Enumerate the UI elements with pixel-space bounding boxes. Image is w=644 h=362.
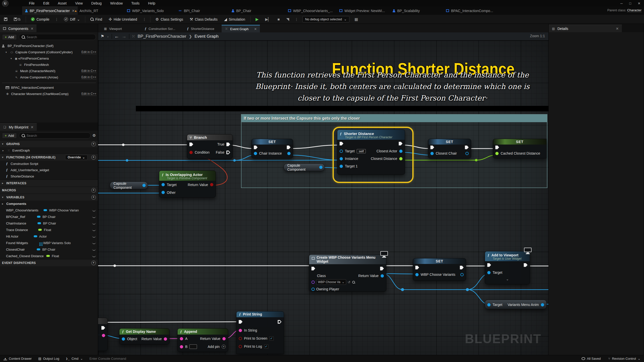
nav-back-button[interactable]: ← — [114, 34, 119, 39]
variants-menu-anim-pin[interactable] — [541, 303, 544, 306]
close-icon[interactable]: ✕ — [254, 27, 257, 31]
add-macro-button[interactable] — [91, 188, 96, 193]
exec-in-pin[interactable] — [430, 146, 434, 149]
closest-actor-pin[interactable] — [399, 150, 403, 153]
menu-debug[interactable]: Debug — [91, 1, 102, 5]
chair-instance-out-pin[interactable] — [287, 152, 291, 155]
print-to-screen-checkbox[interactable]: ✓ — [269, 336, 274, 341]
exec-false-pin[interactable] — [226, 151, 230, 154]
close-icon[interactable]: ✕ — [616, 27, 619, 31]
exec-true-pin[interactable] — [226, 143, 230, 146]
component-row-capsule[interactable]: ▾⬭Capsule Component (CollisionCylinder)E… — [2, 49, 98, 55]
hide-unrelated-button[interactable]: ✣Hide Unrelated — [107, 16, 139, 23]
class-pin[interactable] — [311, 281, 315, 284]
use-selected-icon[interactable]: ↺ — [348, 280, 350, 284]
tab-bp-chair[interactable]: BP_Chair — [229, 7, 254, 15]
exec-out-pin[interactable] — [101, 326, 105, 330]
chair-instance-in-pin[interactable] — [254, 152, 257, 155]
diff-button[interactable]: ✓Diff⌄ — [62, 16, 81, 22]
menu-asset[interactable]: Asset — [58, 1, 67, 5]
component-row-bpac[interactable]: BPAC_InteractionComponent — [2, 84, 98, 91]
variable-row[interactable]: Cached_Closest DistanceFloat — [0, 253, 98, 259]
tab-construction-script[interactable]: ƒConstruction Scr... — [142, 25, 178, 32]
function-construction-script[interactable]: ƒConstruction Script — [0, 161, 98, 167]
component-row-charmove[interactable]: ✥Character Movement (CharMoveComp)Edit i… — [2, 91, 98, 97]
add-pin-button[interactable]: Add pin — [208, 345, 226, 349]
target-pin[interactable] — [162, 183, 165, 186]
closest-chair-in-pin[interactable] — [430, 152, 434, 155]
closest-chair-out-pin[interactable] — [465, 152, 469, 155]
exec-in-pin[interactable] — [415, 266, 419, 269]
close-icon[interactable]: ✕ — [638, 2, 640, 5]
menu-tools[interactable]: Tools — [131, 1, 140, 5]
menu-file[interactable]: File — [29, 1, 35, 5]
close-icon[interactable]: ✕ — [31, 125, 34, 129]
variable-row[interactable]: ChairInstanceBP Chair — [0, 220, 98, 227]
tab-shorterdistance[interactable]: ƒShorterDistance — [184, 25, 217, 32]
add-graph-button[interactable] — [91, 142, 96, 146]
expand-caret-icon[interactable]: ▾ — [11, 57, 13, 60]
unreal-logo[interactable]: U — [2, 0, 9, 7]
other-pin[interactable] — [162, 191, 165, 194]
interfaces-section-header[interactable]: ▸INTERFACES — [0, 179, 98, 187]
compile-button[interactable]: ✓Compile — [29, 16, 51, 22]
return-value-pin[interactable] — [222, 337, 226, 340]
edit-in-cpp-link[interactable]: Edit in C++ — [82, 50, 96, 54]
print-to-log-pin[interactable] — [239, 345, 242, 348]
return-value-pin[interactable] — [381, 274, 384, 278]
node-shorter-distance[interactable]: ƒShorter Distance Target is BP First Per… — [337, 129, 405, 175]
variables-components-group[interactable]: ▸Components — [0, 201, 98, 207]
variable-row[interactable]: ClosestChairBP Chair — [0, 246, 98, 253]
node-set-closest-chair[interactable]: SET Closest Chair — [428, 139, 471, 158]
parent-class-link[interactable]: Character — [627, 8, 641, 12]
string-out-pin[interactable] — [102, 334, 105, 337]
exec-in-pin[interactable] — [495, 146, 499, 149]
target-pin[interactable] — [487, 271, 491, 274]
object-pin[interactable] — [122, 337, 125, 341]
exec-in-pin[interactable] — [189, 143, 193, 146]
graph-canvas[interactable]: If two or more Intersect the Capsure thi… — [98, 40, 548, 355]
event-dispatchers-section-header[interactable]: EVENT DISPATCHERS — [0, 259, 98, 266]
cached-closest-distance-pin[interactable] — [495, 152, 499, 155]
print-to-log-checkbox[interactable]: ✓ — [264, 344, 268, 349]
node-set-wbp-choose-variants[interactable]: SET WBP Choose Variants — [413, 258, 466, 281]
compile-options-kebab[interactable]: ⋮ — [54, 17, 59, 21]
components-search-input[interactable]: Search — [19, 34, 96, 40]
edit-in-cpp-link[interactable]: Edit in C++ — [82, 75, 96, 79]
node-set-cached-closest-distance[interactable]: SET Cached Closest Distance — [493, 139, 547, 158]
node-capsule-component-get[interactable]: Capsule Component — [284, 163, 325, 171]
in-string-pin[interactable] — [239, 329, 242, 332]
tab-bpac-interactioncomponent[interactable]: BPAC_InteractionCompo... — [443, 7, 496, 15]
minimize-icon[interactable]: ─ — [620, 2, 623, 5]
event-graph-item[interactable]: ▸⁙EventGraph — [0, 147, 98, 154]
node-branch[interactable]: ⑂Branch True Condition False — [187, 134, 233, 159]
maximize-icon[interactable]: □ — [629, 2, 631, 5]
target-pin[interactable] — [487, 303, 491, 306]
tab-bp-scalability[interactable]: BP_Scalability — [390, 7, 423, 15]
graphs-section-header[interactable]: ▾GRAPHS — [0, 140, 98, 147]
node-capsule-component-get[interactable]: Capsule Component — [110, 182, 148, 189]
exec-out-pin[interactable] — [524, 263, 528, 267]
variables-section-header[interactable]: ▾VARIABLES — [0, 194, 98, 201]
play-button[interactable]: ▶ — [254, 16, 260, 23]
wbp-choose-variants-in-pin[interactable] — [415, 273, 419, 276]
debug-object-dropdown[interactable]: No debug object selected ⌄ — [302, 16, 350, 22]
wbp-choose-variants-out-pin[interactable] — [460, 273, 464, 276]
target-pin[interactable] — [340, 150, 343, 153]
revision-control-button[interactable]: ⑂Revision Control⌄ — [608, 357, 640, 360]
exec-out-pin[interactable] — [380, 267, 384, 270]
menu-window[interactable]: Window — [110, 1, 123, 5]
details-panel-tab[interactable]: ▤ Details ✕ — [549, 25, 622, 32]
node-partial-left[interactable] — [98, 318, 108, 351]
stop-button[interactable]: ■ — [276, 16, 281, 22]
play-options-kebab[interactable]: ⋮ — [294, 17, 299, 21]
node-create-widget[interactable]: Create WBP Choose Variants Menu Widget C… — [309, 254, 386, 292]
eject-button[interactable]: ◥ — [285, 16, 291, 23]
node-append[interactable]: ƒAppend A Return Value B Add pin — [177, 328, 228, 352]
add-blueprint-item-button[interactable]: +Add — [2, 133, 17, 139]
save-button[interactable] — [3, 17, 9, 22]
class-settings-button[interactable]: ⚙Class Settings — [154, 16, 185, 23]
menu-view[interactable]: View — [75, 1, 83, 5]
target-self-value[interactable]: self — [357, 149, 366, 153]
edit-in-cpp-link[interactable]: Edit in C++ — [82, 69, 96, 73]
